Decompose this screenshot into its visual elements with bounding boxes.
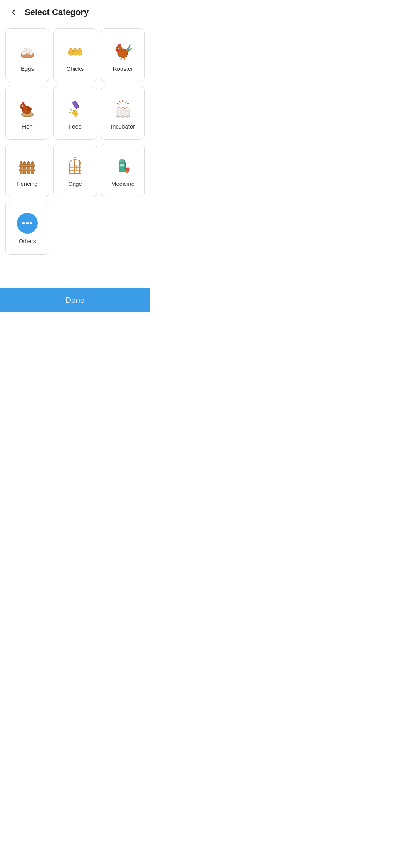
back-icon: [9, 8, 18, 17]
others-label: Others: [18, 238, 36, 244]
svg-rect-67: [74, 166, 77, 169]
svg-point-31: [70, 109, 72, 110]
svg-rect-71: [120, 164, 124, 165]
svg-rect-58: [69, 165, 81, 173]
category-medicine[interactable]: Medicine: [101, 144, 145, 197]
svg-rect-30: [72, 100, 79, 109]
svg-point-21: [118, 48, 119, 49]
fencing-label: Fencing: [17, 180, 37, 187]
back-button[interactable]: [8, 6, 20, 18]
header: Select Category: [0, 0, 150, 25]
svg-rect-56: [19, 165, 35, 167]
svg-marker-49: [20, 161, 23, 163]
eggs-label: Eggs: [21, 65, 34, 72]
incubator-icon: [112, 98, 134, 119]
svg-point-42: [121, 110, 124, 115]
svg-rect-57: [19, 169, 35, 171]
category-rooster[interactable]: Rooster: [101, 28, 145, 82]
eggs-icon: [17, 40, 38, 62]
svg-point-16: [79, 50, 79, 51]
feed-icon: [64, 98, 86, 119]
cage-icon: [64, 155, 86, 177]
svg-rect-48: [20, 163, 23, 174]
svg-point-39: [75, 112, 75, 112]
svg-point-19: [117, 49, 119, 52]
page-title: Select Category: [25, 7, 89, 17]
feed-label: Feed: [69, 123, 82, 130]
svg-rect-73: [120, 167, 123, 167]
others-icon: [17, 212, 38, 234]
svg-point-37: [74, 110, 77, 114]
svg-rect-52: [27, 163, 30, 174]
category-fencing[interactable]: Fencing: [5, 144, 49, 197]
hen-label: Hen: [22, 123, 33, 130]
category-others[interactable]: Others: [5, 201, 49, 254]
category-feed[interactable]: Feed: [53, 86, 97, 139]
svg-rect-72: [120, 165, 124, 166]
hen-icon: [17, 98, 38, 119]
category-eggs[interactable]: Eggs: [5, 28, 49, 82]
medicine-label: Medicine: [111, 180, 134, 187]
rooster-label: Rooster: [113, 65, 133, 72]
svg-rect-50: [23, 163, 26, 174]
svg-point-12: [74, 50, 75, 51]
fencing-icon: [17, 155, 38, 177]
rooster-icon: [112, 40, 134, 62]
chicks-icon: [64, 40, 86, 62]
svg-rect-70: [121, 159, 124, 160]
chicks-label: Chicks: [66, 65, 84, 72]
incubator-label: Incubator: [111, 123, 135, 130]
category-chicks[interactable]: Chicks: [53, 28, 97, 82]
medicine-icon: [112, 155, 134, 177]
svg-point-47: [126, 115, 128, 117]
svg-marker-51: [23, 161, 26, 163]
category-cage[interactable]: Cage: [53, 144, 97, 197]
svg-rect-54: [31, 163, 34, 174]
svg-point-35: [69, 112, 70, 113]
svg-point-8: [70, 50, 70, 51]
svg-point-66: [74, 157, 76, 158]
svg-point-27: [21, 107, 23, 109]
svg-point-4: [22, 51, 25, 55]
svg-point-3: [29, 50, 32, 55]
cage-label: Cage: [68, 180, 82, 187]
svg-point-45: [117, 115, 119, 117]
svg-point-33: [72, 112, 73, 114]
svg-point-29: [22, 105, 23, 106]
done-button[interactable]: Done: [0, 288, 150, 312]
svg-point-41: [117, 110, 121, 115]
svg-point-46: [122, 115, 124, 117]
category-hen[interactable]: Hen: [5, 86, 49, 139]
category-incubator[interactable]: Incubator: [101, 86, 145, 139]
category-grid: Eggs Chicks: [0, 25, 150, 259]
svg-marker-53: [27, 161, 30, 163]
svg-marker-55: [31, 161, 34, 163]
svg-point-43: [125, 110, 128, 115]
